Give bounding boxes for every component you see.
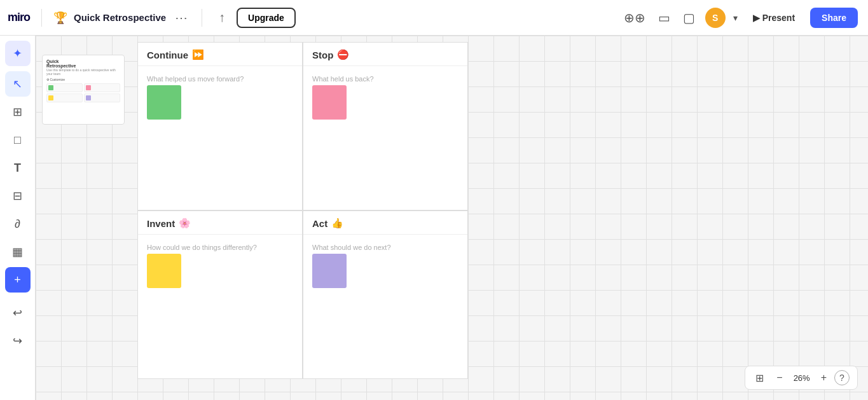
topbar-left: miro 🏆 Quick Retrospective ⋯ ↑ Upgrade <box>0 8 303 28</box>
sidebar-item-add[interactable]: + <box>5 267 31 293</box>
sticky-note-pink[interactable] <box>312 85 347 120</box>
sidebar-item-pen[interactable]: ∂ <box>5 211 31 237</box>
invent-emoji: 🌸 <box>179 217 191 229</box>
sidebar-item-undo[interactable]: ↩ <box>5 300 31 326</box>
sidebar-item-apps[interactable]: ⊟ <box>5 183 31 209</box>
mini-card-section: ⚙ Customize <box>46 78 120 81</box>
mini-preview-card: Quick Retrospective Use this template to… <box>42 55 125 125</box>
sticky-note-yellow[interactable] <box>147 254 181 288</box>
bottom-bar: ⊞ − 26% + ? <box>745 366 858 390</box>
mini-card-subtitle: Use this template to do a quick retrospe… <box>46 68 120 76</box>
quadrant-act-header: Act 👍 <box>303 211 467 235</box>
zoom-level: 26% <box>790 373 813 383</box>
quadrant-invent-header: Invent 🌸 <box>138 211 302 235</box>
quadrant-invent-body: How could we do things differently? <box>138 235 302 374</box>
sidebar-item-redo[interactable]: ↪ <box>5 328 31 354</box>
stop-label: Stop <box>312 50 333 60</box>
retro-board: Continue ⏩ What helped us move forward? … <box>137 42 468 379</box>
sidebar-item-magic[interactable]: ✦ <box>5 41 31 66</box>
help-button[interactable]: ? <box>834 370 850 385</box>
act-label: Act <box>312 218 327 229</box>
zoom-minus-button[interactable]: − <box>774 371 785 385</box>
fit-button[interactable]: ⊞ <box>753 371 766 385</box>
mini-cell-1 <box>46 83 83 92</box>
miro-logo: miro <box>8 11 30 24</box>
quadrant-stop-header: Stop ⛔ <box>303 43 467 66</box>
topbar-divider-2 <box>202 9 202 27</box>
stop-hint: What held us back? <box>312 75 374 83</box>
quadrant-stop-body: What held us back? <box>303 66 467 205</box>
sticky-note-green[interactable] <box>147 85 181 120</box>
present-label: Present <box>762 13 795 23</box>
video-icon-button[interactable]: ▢ <box>680 8 698 28</box>
mini-cell-4 <box>84 93 120 102</box>
avatar[interactable]: S <box>705 8 726 28</box>
topbar: miro 🏆 Quick Retrospective ⋯ ↑ Upgrade ⊕… <box>0 0 868 36</box>
zoom-plus-button[interactable]: + <box>818 371 829 385</box>
topbar-right: ⊕⊕ ▭ ▢ S ▾ ▶ Present Share <box>621 8 868 28</box>
continue-emoji: ⏩ <box>192 49 204 60</box>
sidebar-item-table[interactable]: ⊞ <box>5 99 31 125</box>
act-emoji: 👍 <box>331 217 343 229</box>
mini-grid <box>46 83 120 102</box>
stop-emoji: ⛔ <box>337 49 349 60</box>
quadrant-continue-body: What helped us move forward? <box>138 66 302 205</box>
quadrant-stop: Stop ⛔ What held us back? <box>303 42 468 210</box>
upgrade-button[interactable]: Upgrade <box>237 8 296 28</box>
screen-icon-button[interactable]: ▭ <box>656 8 673 28</box>
share-icon-button[interactable]: ↑ <box>214 8 230 27</box>
invent-label: Invent <box>147 218 175 229</box>
sidebar-item-select[interactable]: ↖ <box>5 71 31 97</box>
sidebar-item-calendar[interactable]: ▦ <box>5 239 31 265</box>
board-emoji: 🏆 <box>53 11 67 25</box>
quadrant-continue: Continue ⏩ What helped us move forward? <box>137 42 303 210</box>
sidebar: ✦ ↖ ⊞ □ T ⊟ ∂ ▦ + ↩ ↪ <box>0 36 36 400</box>
mini-cell-2 <box>84 83 120 92</box>
sidebar-item-text[interactable]: T <box>5 155 31 181</box>
mini-card-title2: Retrospective <box>46 64 120 68</box>
quadrant-invent: Invent 🌸 How could we do things differen… <box>137 210 303 379</box>
quadrant-act-body: What should we do next? <box>303 235 467 374</box>
share-main-button[interactable]: Share <box>810 8 858 28</box>
act-hint: What should we do next? <box>312 244 391 251</box>
board-title: Quick Retrospective <box>74 12 166 23</box>
continue-label: Continue <box>147 50 188 60</box>
more-options-button[interactable]: ⋯ <box>172 8 190 28</box>
present-button[interactable]: ▶ Present <box>745 9 803 27</box>
mini-card-title: Quick <box>46 59 120 64</box>
quadrant-act: Act 👍 What should we do next? <box>303 210 468 379</box>
sidebar-item-note[interactable]: □ <box>5 127 31 153</box>
avatar-chevron[interactable]: ▾ <box>733 13 738 23</box>
continue-hint: What helped us move forward? <box>147 75 244 83</box>
topbar-divider-1 <box>41 9 42 27</box>
zoom-icon-button[interactable]: ⊕⊕ <box>621 8 648 28</box>
quadrant-continue-header: Continue ⏩ <box>138 43 302 66</box>
present-icon: ▶ <box>753 13 760 23</box>
invent-hint: How could we do things differently? <box>147 244 257 251</box>
canvas[interactable]: Quick Retrospective Use this template to… <box>36 36 868 400</box>
mini-cell-3 <box>46 93 83 102</box>
sticky-note-purple[interactable] <box>312 254 347 288</box>
